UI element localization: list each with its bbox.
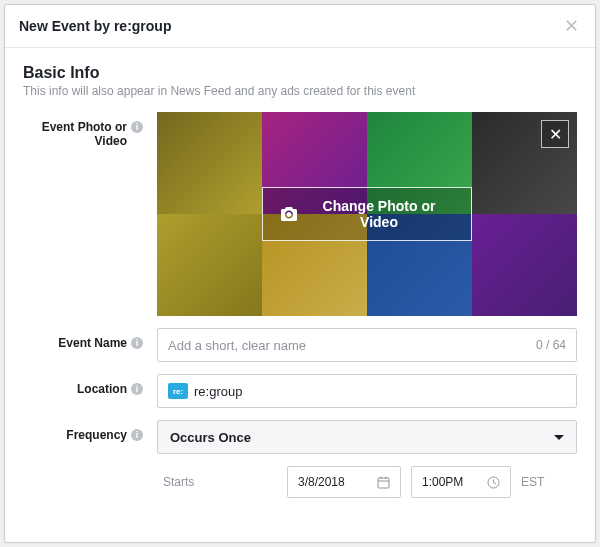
event-photo-preview: ✕ Change Photo or Video [157, 112, 577, 316]
info-icon[interactable]: i [131, 383, 143, 395]
svg-rect-0 [378, 478, 389, 488]
change-photo-button[interactable]: Change Photo or Video [262, 187, 472, 241]
starts-label: Starts [157, 475, 277, 489]
location-value: re:group [194, 384, 242, 399]
start-date-input[interactable]: 3/8/2018 [287, 466, 401, 498]
clock-icon [487, 476, 500, 489]
camera-icon [281, 207, 297, 221]
photo-tile [157, 214, 262, 316]
photo-tile [472, 214, 577, 316]
event-name-row: Event Name i 0 / 64 [23, 328, 577, 362]
info-icon[interactable]: i [131, 121, 143, 133]
location-row: Location i re: re:group [23, 374, 577, 408]
frequency-select[interactable]: Occurs Once [157, 420, 577, 454]
photo-label: Event Photo or Video i [23, 112, 157, 316]
photo-field: ✕ Change Photo or Video [157, 112, 577, 316]
start-time-value: 1:00PM [422, 475, 463, 489]
new-event-dialog: New Event by re:group ✕ Basic Info This … [4, 4, 596, 543]
close-button[interactable]: ✕ [562, 17, 581, 35]
remove-photo-button[interactable]: ✕ [541, 120, 569, 148]
info-icon[interactable]: i [131, 429, 143, 441]
event-name-field: 0 / 64 [157, 328, 577, 362]
chevron-down-icon [554, 435, 564, 440]
close-icon: ✕ [549, 125, 562, 144]
section-subtitle: This info will also appear in News Feed … [23, 84, 577, 98]
change-photo-label: Change Photo or Video [305, 198, 453, 230]
timezone-label: EST [521, 475, 544, 489]
frequency-value: Occurs Once [170, 430, 251, 445]
close-icon: ✕ [564, 16, 579, 36]
dialog-title: New Event by re:group [19, 18, 171, 34]
dialog-header: New Event by re:group ✕ [5, 5, 595, 48]
location-label: Location i [23, 374, 157, 408]
event-name-input[interactable] [168, 329, 528, 361]
start-date-value: 3/8/2018 [298, 475, 345, 489]
char-counter: 0 / 64 [528, 338, 566, 352]
section-title: Basic Info [23, 64, 577, 82]
frequency-row: Frequency i Occurs Once [23, 420, 577, 454]
location-field[interactable]: re: re:group [157, 374, 577, 408]
starts-row: Starts 3/8/2018 1:00PM EST [23, 466, 577, 498]
location-avatar-icon: re: [168, 383, 188, 399]
info-icon[interactable]: i [131, 337, 143, 349]
calendar-icon [377, 476, 390, 489]
photo-tile [157, 112, 262, 214]
event-name-label: Event Name i [23, 328, 157, 362]
frequency-label: Frequency i [23, 420, 157, 454]
photo-row: Event Photo or Video i ✕ [23, 112, 577, 316]
start-time-input[interactable]: 1:00PM [411, 466, 511, 498]
dialog-body: Basic Info This info will also appear in… [5, 48, 595, 510]
